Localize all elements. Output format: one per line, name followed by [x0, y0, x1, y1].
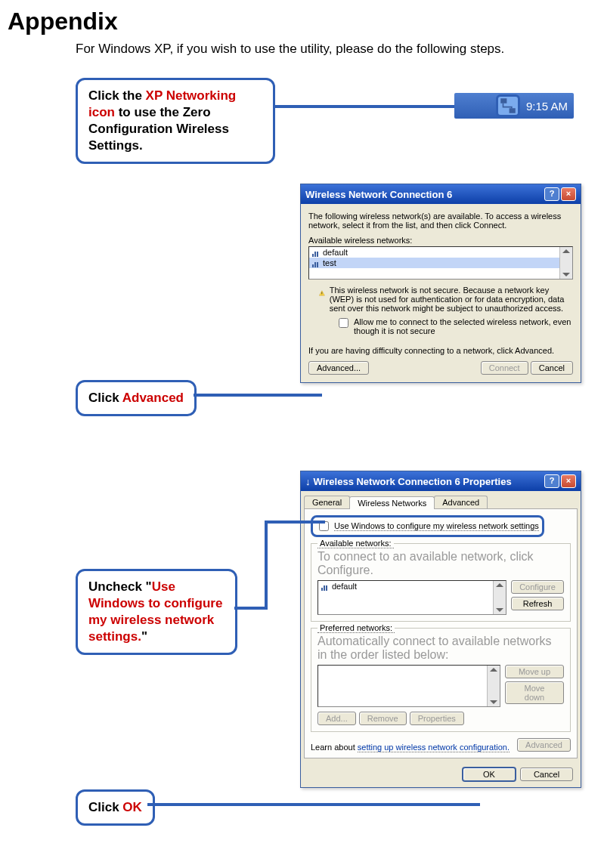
callout-text: Click the — [88, 88, 146, 103]
preferred-networks-group: Preferred networks: Automatically connec… — [311, 628, 571, 732]
callout-text: Click — [88, 391, 122, 405]
allow-connect-checkbox[interactable]: Allow me to connect to the selected wire… — [336, 317, 573, 335]
callout-emphasis: OK — [122, 800, 142, 814]
dialog-description: The following wireless network(s) are av… — [308, 212, 573, 230]
learn-text: Learn about — [311, 743, 358, 752]
callout-uncheck: Uncheck "Use Windows to configure my wir… — [76, 569, 237, 655]
callout-advanced: Click Advanced — [76, 380, 197, 416]
help-icon[interactable]: ? — [544, 187, 559, 201]
tab-advanced[interactable]: Advanced — [434, 496, 488, 508]
system-tray: 9:15 AM — [454, 93, 574, 119]
scrollbar[interactable] — [487, 666, 500, 706]
connector-line — [274, 105, 460, 108]
learn-link[interactable]: setting up wireless network configuratio… — [358, 743, 510, 752]
scrollbar[interactable] — [493, 581, 506, 614]
network-tray-icon[interactable] — [496, 94, 520, 117]
refresh-button[interactable]: Refresh — [511, 597, 564, 610]
ok-button[interactable]: OK — [463, 768, 516, 781]
signal-icon — [312, 249, 320, 257]
close-icon[interactable]: × — [561, 474, 576, 488]
warning-text: This wireless network is not secure. Bec… — [330, 286, 573, 313]
callout-text: Click — [88, 800, 122, 814]
group-hint: To connect to an available network, clic… — [317, 550, 564, 577]
tab-wireless-networks[interactable]: Wireless Networks — [349, 496, 435, 509]
network-name: test — [323, 258, 336, 267]
callout-emphasis: Advanced — [122, 391, 184, 405]
tab-panel: Use Windows to configure my wireless net… — [304, 508, 578, 758]
svg-rect-2 — [322, 292, 323, 294]
properties-button[interactable]: Properties — [410, 712, 464, 725]
wireless-properties-dialog: ↓ Wireless Network Connection 6 Properti… — [300, 471, 581, 788]
checkbox-label: Allow me to connect to the selected wire… — [354, 317, 573, 335]
dialog-title: Wireless Network Connection 6 Properties — [314, 476, 512, 487]
wireless-connection-dialog: Wireless Network Connection 6 ? × The fo… — [300, 184, 581, 383]
network-item[interactable]: default — [309, 247, 572, 258]
help-hint: If you are having difficulty connecting … — [308, 346, 573, 355]
connector-line — [265, 522, 268, 610]
advanced-button[interactable]: Advanced... — [308, 361, 369, 375]
callout-text: " — [141, 629, 147, 644]
available-networks-group: Available networks: To connect to an ava… — [311, 543, 571, 622]
callout-text: Uncheck " — [88, 579, 152, 594]
moveup-button[interactable]: Move up — [505, 665, 564, 678]
connector-line — [234, 607, 266, 610]
warning-icon — [319, 286, 325, 301]
cancel-button[interactable]: Cancel — [531, 361, 573, 375]
add-button[interactable]: Add... — [317, 712, 356, 725]
group-legend: Available networks: — [317, 539, 394, 548]
scrollbar[interactable] — [559, 247, 572, 279]
checkbox-input[interactable] — [339, 318, 348, 328]
svg-rect-0 — [500, 98, 506, 103]
callout-tray: Click the XP Networking icon to use the … — [76, 78, 275, 164]
connect-button[interactable]: Connect — [481, 361, 528, 375]
connector-line — [194, 394, 322, 397]
close-icon[interactable]: × — [561, 187, 576, 201]
dialog-titlebar: ↓ Wireless Network Connection 6 Properti… — [301, 471, 581, 491]
svg-rect-3 — [322, 295, 323, 295]
tray-clock: 9:15 AM — [526, 100, 568, 113]
connector-line — [265, 520, 325, 524]
dialog-title: Wireless Network Connection 6 — [305, 189, 452, 200]
network-name: default — [332, 582, 357, 591]
dialog-icon: ↓ — [305, 476, 311, 487]
advanced-button[interactable]: Advanced — [517, 738, 571, 752]
page-heading: Appendix — [8, 8, 596, 36]
network-item[interactable]: default — [318, 581, 506, 592]
available-label: Available wireless networks: — [308, 236, 573, 245]
group-legend: Preferred networks: — [317, 623, 395, 633]
svg-rect-1 — [510, 108, 516, 113]
callout-ok: Click OK — [76, 789, 155, 826]
tab-strip: General Wireless Networks Advanced — [301, 491, 581, 508]
use-windows-checkbox-highlight: Use Windows to configure my wireless net… — [311, 515, 544, 537]
use-windows-label: Use Windows to configure my wireless net… — [334, 521, 539, 531]
signal-icon — [321, 583, 329, 591]
help-icon[interactable]: ? — [544, 474, 559, 488]
configure-button[interactable]: Configure — [511, 580, 564, 594]
signal-icon — [312, 260, 320, 267]
dialog-titlebar: Wireless Network Connection 6 ? × — [301, 184, 581, 204]
preferred-listbox[interactable] — [317, 665, 500, 707]
movedown-button[interactable]: Move down — [505, 681, 564, 704]
network-listbox[interactable]: default test — [308, 246, 573, 280]
cancel-button[interactable]: Cancel — [520, 768, 573, 781]
tab-general[interactable]: General — [304, 496, 350, 508]
available-listbox[interactable]: default — [317, 580, 506, 615]
group-hint: Automatically connect to available netwo… — [317, 635, 564, 662]
network-item-selected[interactable]: test — [309, 258, 572, 268]
connector-line — [147, 803, 480, 806]
network-name: default — [323, 248, 348, 257]
intro-text: For Windows XP, if you wish to use the u… — [76, 42, 596, 57]
remove-button[interactable]: Remove — [359, 712, 407, 725]
